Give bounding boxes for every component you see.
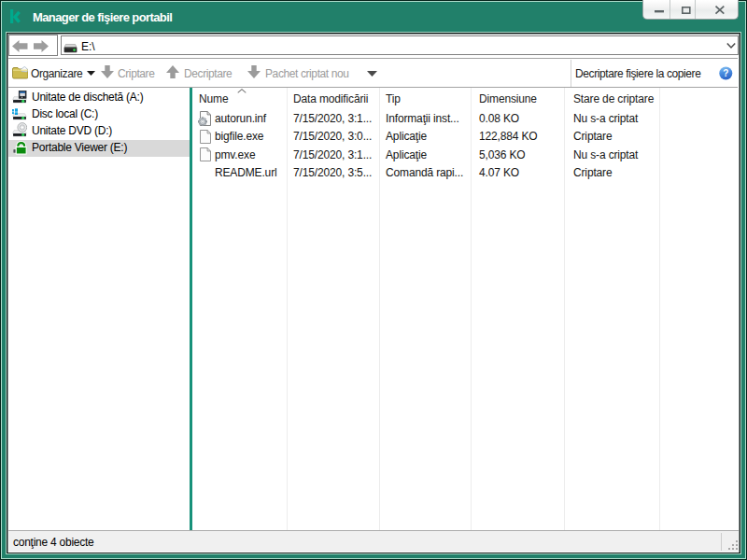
svg-text:?: ? (723, 68, 728, 78)
